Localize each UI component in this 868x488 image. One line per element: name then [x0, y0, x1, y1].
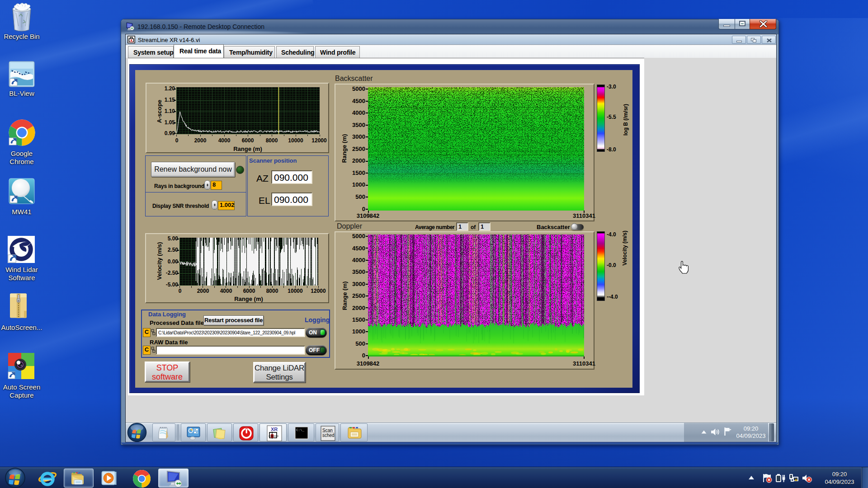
svg-text:Scan: Scan: [322, 428, 333, 433]
svg-text:XR: XR: [271, 427, 278, 432]
svg-text:C:\_: C:\_: [296, 428, 305, 432]
svg-text:sched: sched: [322, 433, 335, 438]
